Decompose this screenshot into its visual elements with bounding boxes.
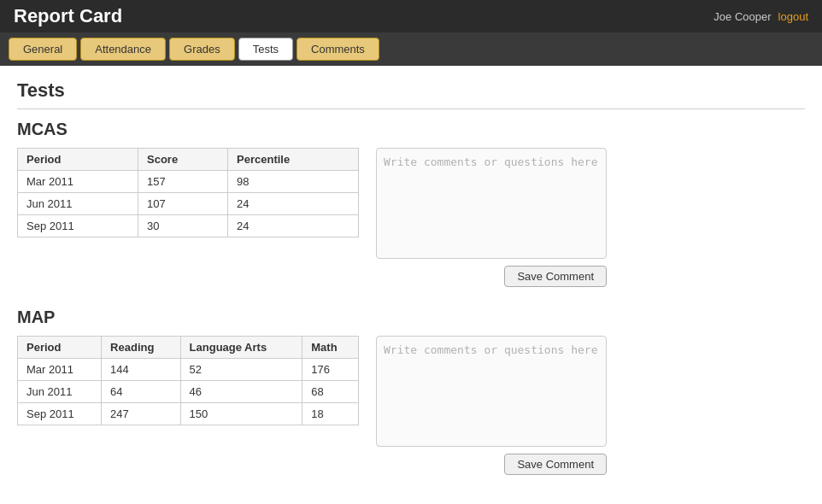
table-cell: 150	[180, 403, 302, 425]
section-title-map: MAP	[17, 308, 805, 327]
nav-tab-grades[interactable]: Grades	[169, 38, 235, 61]
table-cell: 24	[228, 215, 359, 237]
col-header: Score	[138, 149, 227, 171]
sections-container: MCASPeriodScorePercentileMar 201115798Ju…	[17, 120, 805, 475]
nav-tab-tests[interactable]: Tests	[238, 38, 293, 61]
table-row: Mar 201114452176	[18, 359, 359, 381]
table-cell: 18	[302, 403, 359, 425]
nav-tab-comments[interactable]: Comments	[297, 38, 379, 61]
table-row: Jun 2011644668	[18, 381, 359, 403]
app-title: Report Card	[14, 5, 122, 27]
table-cell: 144	[102, 359, 181, 381]
table-cell: 68	[302, 381, 359, 403]
comment-area-mcas: Save Comment	[376, 148, 607, 287]
table-cell: Jun 2011	[18, 381, 102, 403]
table-cell: 46	[180, 381, 302, 403]
section-title-mcas: MCAS	[17, 120, 805, 139]
save-comment-button-mcas[interactable]: Save Comment	[504, 266, 607, 287]
comment-area-map: Save Comment	[376, 336, 607, 475]
col-header: Reading	[102, 337, 181, 359]
col-header: Period	[18, 337, 102, 359]
table-cell: 157	[138, 171, 227, 193]
table-cell: 24	[228, 193, 359, 215]
section-row-map: PeriodReadingLanguage ArtsMathMar 201114…	[17, 336, 805, 475]
table-cell: 107	[138, 193, 227, 215]
nav-bar: GeneralAttendanceGradesTestsComments	[0, 32, 822, 66]
table-cell: 176	[302, 359, 359, 381]
table-cell: Sep 2011	[18, 403, 102, 425]
username: Joe Cooper	[713, 10, 771, 23]
col-header: Percentile	[228, 149, 359, 171]
user-area: Joe Cooper logout	[713, 10, 808, 23]
main-content: Tests MCASPeriodScorePercentileMar 20111…	[0, 66, 822, 504]
section-mcas: MCASPeriodScorePercentileMar 201115798Ju…	[17, 120, 805, 287]
nav-tab-general[interactable]: General	[9, 38, 77, 61]
table-mcas: PeriodScorePercentileMar 201115798Jun 20…	[17, 148, 359, 237]
table-cell: Mar 2011	[18, 359, 102, 381]
header: Report Card Joe Cooper logout	[0, 0, 822, 32]
logout-link[interactable]: logout	[778, 10, 808, 23]
table-cell: 247	[102, 403, 181, 425]
table-row: Sep 20113024	[18, 215, 359, 237]
page-title: Tests	[17, 79, 805, 109]
comment-textarea-map[interactable]	[376, 336, 607, 447]
section-row-mcas: PeriodScorePercentileMar 201115798Jun 20…	[17, 148, 805, 287]
col-header: Math	[302, 337, 359, 359]
table-cell: 52	[180, 359, 302, 381]
nav-tab-attendance[interactable]: Attendance	[80, 38, 166, 61]
table-cell: Mar 2011	[18, 171, 138, 193]
table-map: PeriodReadingLanguage ArtsMathMar 201114…	[17, 336, 359, 425]
section-map: MAPPeriodReadingLanguage ArtsMathMar 201…	[17, 308, 805, 475]
table-cell: 30	[138, 215, 227, 237]
save-comment-button-map[interactable]: Save Comment	[504, 454, 607, 475]
table-row: Sep 201124715018	[18, 403, 359, 425]
table-cell: 64	[102, 381, 181, 403]
comment-textarea-mcas[interactable]	[376, 148, 607, 259]
col-header: Period	[18, 149, 138, 171]
col-header: Language Arts	[180, 337, 302, 359]
table-row: Mar 201115798	[18, 171, 359, 193]
table-cell: Jun 2011	[18, 193, 138, 215]
table-row: Jun 201110724	[18, 193, 359, 215]
table-cell: Sep 2011	[18, 215, 138, 237]
table-cell: 98	[228, 171, 359, 193]
